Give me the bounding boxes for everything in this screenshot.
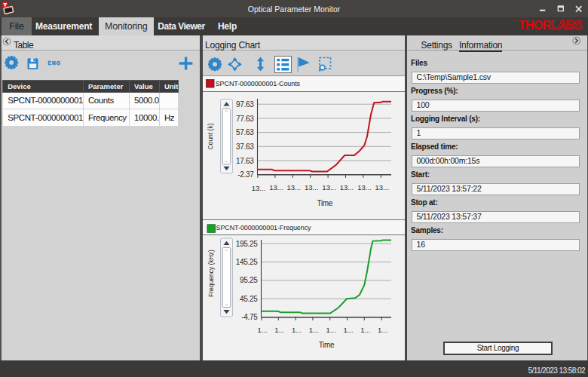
- svg-text:145.25: 145.25: [236, 258, 259, 266]
- svg-text:1...: 1...: [326, 326, 336, 334]
- svg-text:Time: Time: [319, 341, 335, 349]
- svg-text:13...: 13...: [322, 183, 336, 192]
- svg-text:1...: 1...: [360, 326, 370, 334]
- svg-text:97.63: 97.63: [236, 100, 254, 109]
- svg-text:13...: 13...: [287, 183, 302, 192]
- svg-text:Count (k): Count (k): [207, 123, 214, 149]
- svg-text:1...: 1...: [257, 326, 267, 334]
- svg-text:195.25: 195.25: [236, 240, 259, 248]
- svg-text:-4.75: -4.75: [241, 313, 258, 321]
- svg-text:57.63: 57.63: [236, 128, 254, 136]
- svg-text:-2.37: -2.37: [237, 170, 254, 179]
- svg-text:95.25: 95.25: [240, 276, 258, 284]
- svg-text:13...: 13...: [305, 183, 319, 192]
- svg-text:17.63: 17.63: [236, 157, 254, 165]
- svg-text:Frequency (kHz): Frequency (kHz): [207, 250, 215, 297]
- svg-text:13...: 13...: [375, 183, 390, 192]
- svg-text:13...: 13...: [269, 183, 283, 192]
- svg-text:Time: Time: [317, 199, 332, 207]
- svg-text:13...: 13...: [340, 183, 354, 192]
- svg-text:13...: 13...: [252, 184, 266, 192]
- svg-text:45.25: 45.25: [240, 295, 258, 303]
- svg-text:1...: 1...: [274, 326, 284, 334]
- svg-text:1...: 1...: [292, 326, 302, 334]
- svg-text:1...: 1...: [309, 326, 319, 334]
- svg-text:77.63: 77.63: [236, 115, 254, 123]
- svg-text:1...: 1...: [343, 326, 353, 334]
- svg-text:13...: 13...: [357, 183, 372, 192]
- svg-text:37.63: 37.63: [236, 143, 254, 151]
- svg-text:1...: 1...: [378, 326, 387, 334]
